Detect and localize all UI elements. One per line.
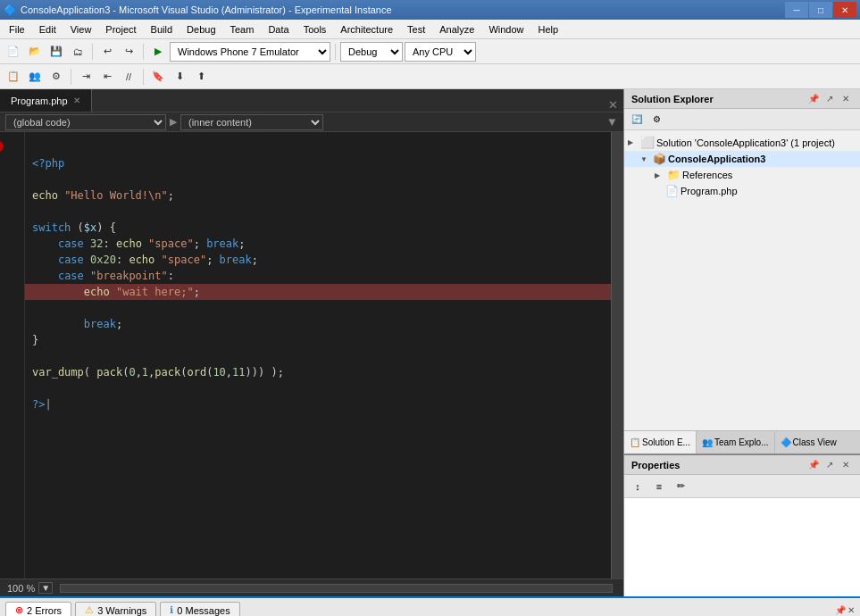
file-icon: 📄 bbox=[665, 185, 679, 197]
config-dropdown[interactable]: Debug bbox=[340, 42, 403, 62]
menu-data[interactable]: Data bbox=[261, 20, 296, 38]
se-icon-class: 🔷 bbox=[781, 437, 791, 447]
prev-bookmark-button[interactable]: ⬆ bbox=[191, 67, 211, 87]
menu-file[interactable]: File bbox=[2, 20, 32, 38]
breadcrumb-content-dropdown[interactable]: (inner content) bbox=[180, 114, 323, 130]
error-tab-msg-label: 0 Messages bbox=[177, 605, 230, 616]
code-line-6: case 32: echo "space"; break; bbox=[32, 237, 245, 250]
tree-item-file[interactable]: 📄 Program.php bbox=[624, 183, 860, 199]
tab-close-icon[interactable]: ✕ bbox=[73, 96, 80, 105]
tab-program-php[interactable]: Program.php ✕ bbox=[0, 89, 92, 112]
references-expand-icon: ▶ bbox=[655, 171, 665, 179]
close-se-button[interactable]: ✕ bbox=[839, 92, 853, 106]
error-tab-warn-icon: ⚠ bbox=[85, 604, 94, 616]
error-pin-button[interactable]: 📌 bbox=[835, 605, 846, 615]
sol-explorer-button[interactable]: 📋 bbox=[4, 67, 23, 87]
props-control-buttons: 📌 ↗ ✕ bbox=[806, 458, 853, 472]
tree-item-project[interactable]: ▼ 📦 ConsoleApplication3 bbox=[624, 151, 860, 167]
breadcrumb-collapse-button[interactable]: ▼ bbox=[606, 115, 618, 129]
vertical-scrollbar[interactable] bbox=[611, 132, 623, 579]
se-tab-label-class: Class View bbox=[793, 437, 837, 447]
error-tab-error-icon: ⊗ bbox=[15, 604, 23, 616]
new-project-button[interactable]: 📄 bbox=[4, 42, 23, 62]
props-float-button[interactable]: ↗ bbox=[822, 458, 837, 472]
props-sort-button[interactable]: ↕ bbox=[628, 477, 647, 496]
maximize-button[interactable]: □ bbox=[809, 2, 832, 18]
team-explorer-button[interactable]: 👥 bbox=[25, 67, 45, 87]
app-icon: 🔷 bbox=[4, 4, 17, 16]
menu-view[interactable]: View bbox=[63, 20, 99, 38]
props-custom-button[interactable]: ✏ bbox=[671, 477, 690, 496]
references-label: References bbox=[682, 170, 732, 180]
code-line-13: var_dump( pack(0,1,pack(ord(10,11))) ); bbox=[32, 366, 284, 379]
se-tab-solution[interactable]: 📋 Solution E... bbox=[624, 431, 697, 454]
float-button[interactable]: ↗ bbox=[822, 92, 837, 106]
indent-button[interactable]: ⇥ bbox=[76, 67, 96, 87]
properties-header: Properties 📌 ↗ ✕ bbox=[624, 455, 860, 475]
se-tab-class[interactable]: 🔷 Class View bbox=[775, 431, 842, 454]
code-line-10: break; bbox=[32, 318, 122, 330]
sep3 bbox=[335, 44, 336, 60]
pin-button[interactable]: 📌 bbox=[806, 92, 821, 106]
menu-project[interactable]: Project bbox=[98, 20, 143, 38]
menubar: File Edit View Project Build Debug Team … bbox=[0, 20, 860, 39]
breadcrumb-scope-dropdown[interactable]: (global code) bbox=[5, 114, 166, 130]
minimize-button[interactable]: ─ bbox=[785, 2, 808, 18]
close-panel-button[interactable]: ✕ bbox=[603, 98, 623, 112]
props-pin-button[interactable]: 📌 bbox=[806, 458, 821, 472]
code-line-3: echo "Hello World!\n"; bbox=[32, 189, 174, 202]
window-title: ConsoleApplication3 - Microsoft Visual S… bbox=[21, 4, 392, 15]
solution-tree: ▶ ⬜ Solution 'ConsoleApplication3' (1 pr… bbox=[624, 130, 860, 430]
outdent-button[interactable]: ⇤ bbox=[97, 67, 117, 87]
emulator-dropdown[interactable]: Windows Phone 7 Emulator bbox=[170, 42, 330, 62]
menu-help[interactable]: Help bbox=[531, 20, 566, 38]
save-all-button[interactable]: 🗂 bbox=[68, 42, 88, 62]
run-button[interactable]: ▶ bbox=[148, 42, 168, 62]
error-tab-error-label: 2 Errors bbox=[27, 605, 62, 616]
code-line-15: ?>| bbox=[32, 398, 52, 411]
menu-window[interactable]: Window bbox=[481, 20, 530, 38]
bookmark-button[interactable]: 🔖 bbox=[148, 67, 168, 87]
props-content bbox=[624, 498, 860, 596]
se-properties-button[interactable]: ⚙ bbox=[647, 111, 665, 129]
error-panel: ⊗ 2 Errors ⚠ 3 Warnings ℹ 0 Messages 📌 ✕ bbox=[0, 596, 860, 616]
menu-test[interactable]: Test bbox=[400, 20, 432, 38]
next-bookmark-button[interactable]: ⬇ bbox=[170, 67, 189, 87]
save-button[interactable]: 💾 bbox=[46, 42, 66, 62]
props-cat-button[interactable]: ≡ bbox=[649, 477, 669, 496]
zoom-dropdown-button[interactable]: ▼ bbox=[38, 582, 53, 594]
platform-dropdown[interactable]: Any CPU bbox=[405, 42, 476, 62]
menu-team[interactable]: Team bbox=[223, 20, 262, 38]
panel-control-buttons: 📌 ↗ ✕ bbox=[806, 92, 853, 106]
error-panel-header: ⊗ 2 Errors ⚠ 3 Warnings ℹ 0 Messages 📌 ✕ bbox=[0, 598, 860, 616]
props-close-button[interactable]: ✕ bbox=[839, 458, 853, 472]
menu-architecture[interactable]: Architecture bbox=[333, 20, 400, 38]
error-tabs: ⊗ 2 Errors ⚠ 3 Warnings ℹ 0 Messages bbox=[5, 602, 240, 616]
menu-build[interactable]: Build bbox=[144, 20, 180, 38]
tree-item-solution[interactable]: ▶ ⬜ Solution 'ConsoleApplication3' (1 pr… bbox=[624, 134, 860, 151]
menu-analyze[interactable]: Analyze bbox=[432, 20, 481, 38]
menu-tools[interactable]: Tools bbox=[296, 20, 334, 38]
code-line-5: switch ($x) { bbox=[32, 221, 116, 234]
menu-debug[interactable]: Debug bbox=[180, 20, 222, 38]
h-scrollbar[interactable] bbox=[60, 584, 613, 593]
menu-edit[interactable]: Edit bbox=[32, 20, 63, 38]
code-line-1: <?php bbox=[32, 157, 64, 170]
tab-messages[interactable]: ℹ 0 Messages bbox=[160, 602, 239, 616]
tree-item-references[interactable]: ▶ 📁 References bbox=[624, 167, 860, 183]
tab-errors[interactable]: ⊗ 2 Errors bbox=[5, 602, 71, 616]
se-refresh-button[interactable]: 🔄 bbox=[628, 111, 646, 129]
code-editor[interactable]: <?php echo "Hello World!\n"; switch ($x)… bbox=[25, 132, 611, 579]
zoom-bar: 100 % ▼ bbox=[0, 579, 623, 596]
se-toolbar: 🔄 ⚙ bbox=[624, 109, 860, 130]
error-close-button[interactable]: ✕ bbox=[847, 605, 855, 615]
comment-button[interactable]: // bbox=[119, 67, 138, 87]
close-button[interactable]: ✕ bbox=[833, 2, 856, 18]
code-panel: Program.php ✕ ✕ (global code) ▶ (inner c… bbox=[0, 89, 623, 596]
tab-warnings[interactable]: ⚠ 3 Warnings bbox=[75, 602, 156, 616]
undo-button[interactable]: ↩ bbox=[97, 42, 117, 62]
se-tab-team[interactable]: 👥 Team Explo... bbox=[697, 431, 775, 454]
redo-button[interactable]: ↪ bbox=[119, 42, 138, 62]
properties-button[interactable]: ⚙ bbox=[46, 67, 66, 87]
open-button[interactable]: 📂 bbox=[25, 42, 45, 62]
